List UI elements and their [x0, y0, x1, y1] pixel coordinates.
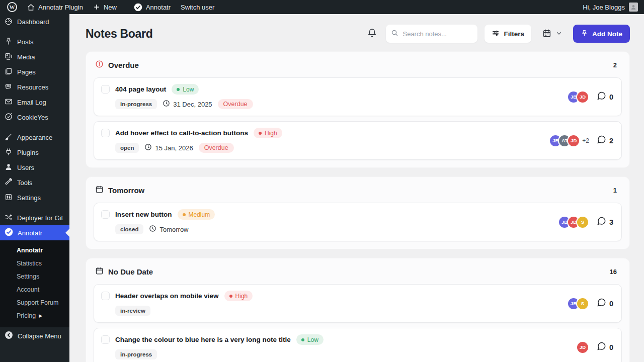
note-title: Change the colour to blue here is a very…: [115, 336, 291, 343]
sidebar-item-label: Tools: [17, 179, 32, 187]
sidebar-item-label: Annotatr: [18, 229, 42, 237]
search-icon: [391, 29, 398, 39]
note-title: Insert new button: [115, 211, 172, 218]
comment-icon: [597, 341, 606, 353]
sidebar-item-tools[interactable]: Tools: [0, 175, 69, 190]
account-menu[interactable]: Hi, Joe Bloggs: [583, 3, 644, 12]
due-date: 15 Jan, 2026: [144, 143, 193, 152]
sidebar-item-deployer-for-git[interactable]: Deployer for Git: [0, 210, 69, 225]
submenu-item-label: Annotatr: [17, 247, 43, 254]
note-card[interactable]: Insert new button Medium closed Tomorrow…: [94, 203, 622, 241]
sidebar-item-pages[interactable]: Pages: [0, 64, 69, 79]
submenu-item-account[interactable]: Account ▶: [0, 283, 69, 296]
sidebar-item-settings[interactable]: Settings: [0, 190, 69, 205]
header-controls: Filters Add Note: [365, 25, 630, 43]
filters-button[interactable]: Filters: [485, 25, 531, 43]
submenu-item-statistics[interactable]: Statistics ▶: [0, 257, 69, 270]
sidebar-item-dashboard[interactable]: Dashboard: [0, 14, 69, 29]
avatar[interactable]: S: [576, 216, 589, 229]
overdue-badge: Overdue: [199, 143, 234, 153]
sidebar-item-posts[interactable]: Posts: [0, 34, 69, 49]
clock-icon: [149, 225, 156, 234]
comment-count: 0: [609, 343, 613, 351]
priority-dot-icon: [177, 88, 180, 91]
search-box: [386, 25, 477, 43]
email-icon: [5, 98, 13, 107]
priority-dot-icon: [183, 213, 186, 216]
note-checkbox[interactable]: [101, 292, 110, 300]
submenu-item-settings[interactable]: Settings ▶: [0, 270, 69, 283]
note-card[interactable]: Header overlaps on mobile view High in-r…: [94, 284, 622, 323]
sidebar-item-label: CookieYes: [17, 114, 48, 121]
note-checkbox[interactable]: [101, 335, 110, 344]
comments-button[interactable]: 0: [597, 298, 613, 309]
tools-icon: [5, 178, 13, 188]
section-title: Tomorrow: [108, 186, 144, 195]
wordpress-logo[interactable]: W: [0, 0, 22, 14]
section-header: Overdue 2: [94, 58, 622, 72]
check-circle-icon: [134, 3, 142, 12]
switch-user-menu[interactable]: Switch user: [176, 0, 219, 14]
notifications-button[interactable]: [365, 26, 379, 41]
avatar-group: JBS: [567, 297, 589, 310]
comments-button[interactable]: 2: [597, 135, 613, 146]
comments-button[interactable]: 0: [597, 91, 613, 103]
sidebar-item-users[interactable]: Users: [0, 160, 69, 175]
sliders-icon: [492, 29, 500, 39]
note-card[interactable]: Add hover effect to call-to-action butto…: [94, 121, 622, 160]
dashboard-icon: [5, 17, 13, 27]
avatar[interactable]: JD: [567, 134, 580, 147]
note-checkbox[interactable]: [101, 129, 110, 137]
sidebar-item-plugins[interactable]: Plugins: [0, 145, 69, 160]
sidebar-item-label: Pages: [17, 68, 36, 76]
calendar-filter-button[interactable]: [538, 25, 566, 43]
greeting-label: Hi, Joe Bloggs: [583, 4, 625, 11]
add-note-button[interactable]: Add Note: [573, 25, 630, 43]
sidebar-item-media[interactable]: Media: [0, 49, 69, 64]
priority-badge: Low: [172, 84, 199, 95]
annotatr-menu[interactable]: Annotatr: [129, 0, 176, 14]
comments-button[interactable]: 0: [597, 341, 613, 353]
collapse-menu-button[interactable]: Collapse Menu: [0, 327, 69, 344]
avatar[interactable]: S: [576, 297, 589, 310]
settings-icon: [5, 193, 13, 203]
note-card[interactable]: Change the colour to blue here is a very…: [94, 328, 622, 362]
avatar[interactable]: JD: [576, 341, 589, 354]
status-tag: closed: [115, 224, 143, 234]
submenu-item-annotatr[interactable]: Annotatr ▶: [0, 244, 69, 257]
sidebar-item-email-log[interactable]: Email Log: [0, 95, 69, 110]
new-menu[interactable]: New: [88, 0, 122, 14]
site-menu[interactable]: Annotatr Plugin: [22, 0, 88, 14]
admin-bar: W Annotatr Plugin New Annotatr Switch us…: [0, 0, 644, 14]
submenu-item-support-forum[interactable]: Support Forum ▶: [0, 296, 69, 309]
due-date: Tomorrow: [149, 225, 188, 234]
submenu-item-pricing[interactable]: Pricing ▶: [0, 309, 69, 322]
sidebar-item-annotatr[interactable]: Annotatr: [0, 225, 69, 240]
submenu-item-label: Pricing: [17, 312, 36, 319]
submenu-item-label: Account: [17, 286, 39, 293]
clock-icon: [144, 143, 152, 152]
git-icon: [5, 213, 13, 223]
avatar[interactable]: JD: [576, 90, 589, 104]
sidebar-item-appearance[interactable]: Appearance: [0, 130, 69, 145]
status-tag: open: [115, 143, 139, 153]
avatar-group: JBJD: [567, 90, 589, 104]
pin-icon: [581, 29, 588, 38]
comments-button[interactable]: 3: [597, 216, 613, 228]
home-icon: [27, 4, 35, 11]
chevron-down-icon: [556, 30, 562, 38]
search-input[interactable]: [403, 30, 468, 38]
sidebar-item-resources[interactable]: Resources: [0, 79, 69, 95]
note-card[interactable]: 404 page layout Low in-progress 31 Dec, …: [94, 77, 622, 116]
note-checkbox[interactable]: [101, 85, 110, 94]
page-title: Notes Board: [86, 27, 152, 41]
sidebar-item-label: Media: [17, 53, 35, 61]
sidebar-item-cookieyes[interactable]: CookieYes: [0, 110, 69, 125]
note-checkbox[interactable]: [101, 210, 110, 219]
comment-count: 3: [609, 218, 613, 226]
notes-section: Tomorrow 1 Insert new button Medium clos…: [86, 176, 630, 249]
sidebar-item-label: Settings: [17, 194, 41, 202]
submenu-item-label: Support Forum: [17, 299, 58, 306]
media-icon: [5, 52, 13, 62]
page-header: Notes Board Filters Add Note: [69, 14, 644, 51]
